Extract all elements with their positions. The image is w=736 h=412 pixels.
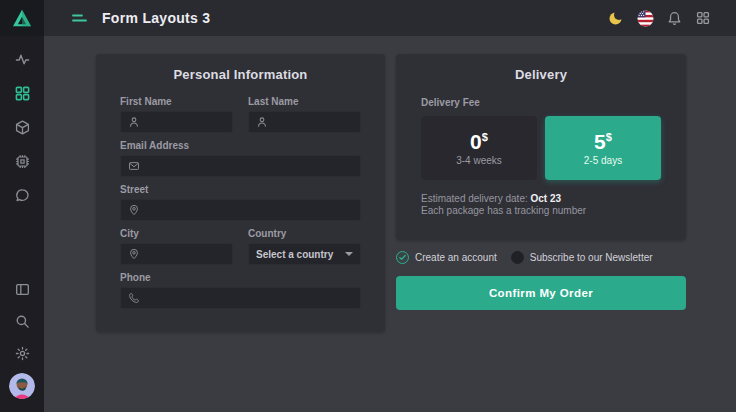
first-name-field bbox=[120, 111, 233, 133]
search-icon bbox=[15, 314, 30, 329]
confirm-order-button[interactable]: Confirm My Order bbox=[396, 276, 686, 310]
person-icon bbox=[256, 116, 268, 128]
sidebar-item-settings[interactable] bbox=[0, 337, 44, 369]
theme-toggle-button[interactable] bbox=[607, 9, 625, 27]
map-pin-icon bbox=[128, 248, 140, 260]
app-switcher-button[interactable] bbox=[694, 9, 712, 27]
app-logo[interactable] bbox=[0, 0, 44, 36]
personal-information-card: Personal Information First Name Last bbox=[96, 54, 385, 332]
menu-toggle-button[interactable] bbox=[72, 12, 88, 24]
sidebar-item-components[interactable] bbox=[0, 110, 44, 144]
sidebar-item-hardware[interactable] bbox=[0, 144, 44, 178]
estimated-delivery-note: Estimated delivery date: Oct 23 bbox=[421, 193, 661, 205]
phone-input[interactable] bbox=[146, 293, 353, 304]
sidebar-item-toggle-panel[interactable] bbox=[0, 273, 44, 305]
header-actions bbox=[607, 9, 712, 27]
country-select-value: Select a country bbox=[256, 249, 333, 260]
delivery-title: Delivery bbox=[421, 54, 661, 82]
phone-label: Phone bbox=[120, 272, 361, 283]
last-name-label: Last Name bbox=[248, 96, 361, 107]
delivery-options: 0$ 3-4 weeks 5$ 2-5 days bbox=[421, 116, 661, 180]
us-flag-icon bbox=[637, 10, 654, 27]
create-account-checkbox[interactable]: Create an account bbox=[396, 251, 497, 264]
cube-icon bbox=[15, 120, 30, 135]
chevron-down-icon bbox=[345, 252, 353, 256]
email-field bbox=[120, 155, 361, 177]
top-header: Form Layouts 3 bbox=[44, 0, 736, 36]
delivery-fee-label: Delivery Fee bbox=[421, 97, 661, 108]
city-label: City bbox=[120, 228, 233, 239]
newsletter-checkbox[interactable]: Subscribe to our Newsletter bbox=[511, 251, 653, 264]
sidebar-nav bbox=[0, 42, 44, 212]
layout-sidebar-icon bbox=[15, 282, 30, 297]
hamburger-icon bbox=[72, 12, 88, 24]
newsletter-label: Subscribe to our Newsletter bbox=[530, 252, 653, 263]
email-label: Email Address bbox=[120, 140, 361, 151]
delivery-option-price: 0$ bbox=[470, 131, 488, 152]
phone-field bbox=[120, 287, 361, 309]
content-region: Form Layouts 3 bbox=[44, 0, 736, 412]
cpu-icon bbox=[15, 154, 30, 169]
sidebar-bottom-nav bbox=[0, 273, 44, 412]
envelope-icon bbox=[128, 160, 140, 172]
gear-icon bbox=[15, 346, 30, 361]
first-name-input[interactable] bbox=[146, 117, 225, 128]
sidebar-item-search[interactable] bbox=[0, 305, 44, 337]
moon-icon bbox=[608, 10, 624, 26]
bell-icon bbox=[667, 11, 682, 26]
delivery-option-duration: 3-4 weeks bbox=[456, 155, 502, 166]
delivery-option-express[interactable]: 5$ 2-5 days bbox=[545, 116, 661, 180]
country-label: Country bbox=[248, 228, 361, 239]
main-content: Personal Information First Name Last bbox=[44, 36, 736, 412]
street-label: Street bbox=[120, 184, 361, 195]
logo-triangle-icon bbox=[12, 9, 32, 27]
last-name-field bbox=[248, 111, 361, 133]
first-name-label: First Name bbox=[120, 96, 233, 107]
tracking-note: Each package has a tracking number bbox=[421, 205, 661, 217]
create-account-label: Create an account bbox=[415, 252, 497, 263]
grid-icon bbox=[15, 86, 30, 101]
sidebar-item-chat[interactable] bbox=[0, 178, 44, 212]
language-selector[interactable] bbox=[636, 9, 654, 27]
sidebar bbox=[0, 0, 44, 412]
checkbox-unchecked-icon bbox=[511, 251, 524, 264]
city-field bbox=[120, 243, 233, 265]
delivery-card: Delivery Delivery Fee 0$ 3-4 weeks 5$ 2-… bbox=[396, 54, 686, 240]
user-avatar-image bbox=[9, 373, 35, 399]
notifications-button[interactable] bbox=[665, 9, 683, 27]
last-name-input[interactable] bbox=[274, 117, 353, 128]
map-pin-icon bbox=[128, 204, 140, 216]
sidebar-item-layouts[interactable] bbox=[0, 76, 44, 110]
delivery-option-duration: 2-5 days bbox=[584, 155, 622, 166]
agreements-row: Create an account Subscribe to our Newsl… bbox=[396, 251, 686, 264]
street-input[interactable] bbox=[146, 205, 353, 216]
activity-icon bbox=[15, 52, 30, 67]
person-icon bbox=[128, 116, 140, 128]
estimated-delivery-date: Oct 23 bbox=[531, 193, 562, 204]
phone-icon bbox=[128, 292, 140, 304]
user-avatar[interactable] bbox=[9, 373, 35, 399]
country-select[interactable]: Select a country bbox=[248, 243, 361, 265]
delivery-option-price: 5$ bbox=[594, 131, 612, 152]
checkbox-checked-icon bbox=[396, 251, 409, 264]
personal-information-title: Personal Information bbox=[120, 54, 361, 82]
page-title: Form Layouts 3 bbox=[102, 10, 210, 26]
app-grid-icon bbox=[696, 11, 710, 25]
sidebar-item-activity[interactable] bbox=[0, 42, 44, 76]
street-field bbox=[120, 199, 361, 221]
chat-icon bbox=[15, 188, 30, 203]
delivery-option-free[interactable]: 0$ 3-4 weeks bbox=[421, 116, 537, 180]
city-input[interactable] bbox=[146, 249, 225, 260]
delivery-column: Delivery Delivery Fee 0$ 3-4 weeks 5$ 2-… bbox=[396, 54, 686, 412]
email-input[interactable] bbox=[146, 161, 353, 172]
